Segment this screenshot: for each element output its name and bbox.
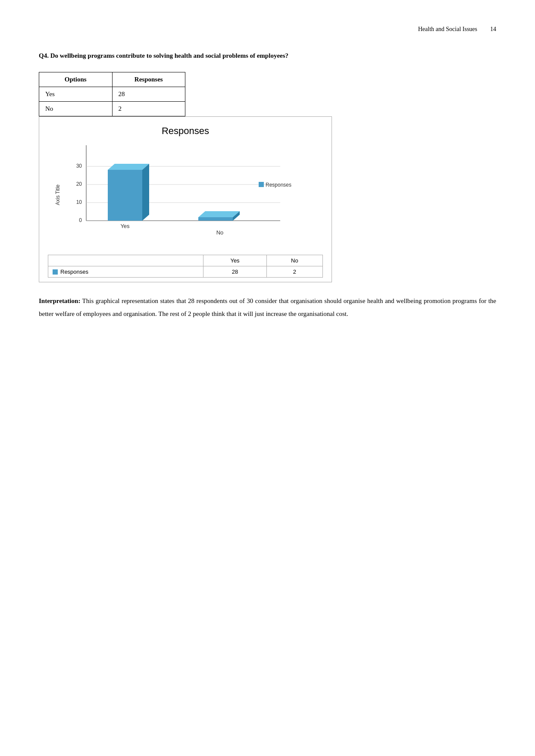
- svg-text:Axis Title: Axis Title: [55, 184, 61, 205]
- response-cell: 2: [112, 102, 185, 116]
- table-row: Yes28: [39, 87, 185, 102]
- interpretation-text: This graphical representation states tha…: [39, 297, 496, 317]
- svg-text:20: 20: [76, 181, 82, 187]
- chart-svg: 0 10 20 30 Axis Title: [52, 141, 319, 249]
- col-responses-header: Responses: [112, 72, 185, 87]
- data-table: Options Responses Yes28No2: [39, 72, 185, 116]
- svg-text:0: 0: [79, 217, 82, 223]
- svg-text:Responses: Responses: [266, 182, 291, 188]
- col-options-header: Options: [39, 72, 113, 87]
- legend-series-cell: Responses: [48, 266, 203, 278]
- option-cell: No: [39, 102, 113, 116]
- legend-color-swatch: [53, 269, 58, 275]
- question-title: Q4. Do wellbeing programs contribute to …: [39, 50, 496, 62]
- response-cell: 28: [112, 87, 185, 102]
- chart-legend-table: Yes No Responses 28 2: [48, 255, 323, 278]
- question-text: Q4. Do wellbeing programs contribute to …: [39, 52, 288, 59]
- legend-series-label: Responses: [60, 269, 88, 275]
- svg-rect-14: [198, 217, 233, 221]
- legend-yes-value: 28: [203, 266, 266, 278]
- header-page-number: 14: [490, 26, 496, 33]
- interpretation-bold: Interpretation:: [39, 297, 80, 304]
- legend-no-value: 2: [266, 266, 322, 278]
- header-title: Health and Social Issues: [418, 26, 477, 33]
- svg-text:10: 10: [76, 199, 82, 205]
- option-cell: Yes: [39, 87, 113, 102]
- table-chart-section: Options Responses Yes28No2 Responses: [39, 72, 496, 282]
- svg-text:No: No: [216, 229, 224, 236]
- svg-rect-19: [259, 182, 264, 187]
- svg-text:Yes: Yes: [120, 223, 130, 229]
- table-row: No2: [39, 102, 185, 116]
- chart-area: 0 10 20 30 Axis Title: [52, 141, 319, 249]
- svg-rect-11: [108, 170, 142, 221]
- chart-container: Responses 0 10 20 30 A: [39, 116, 332, 282]
- legend-empty-header: [48, 255, 203, 266]
- legend-row: Responses 28 2: [48, 266, 323, 278]
- interpretation-section: Interpretation: This graphical represent…: [39, 294, 496, 320]
- svg-marker-12: [108, 164, 149, 170]
- page-header: Health and Social Issues 14: [39, 26, 496, 33]
- chart-title: Responses: [48, 125, 323, 137]
- svg-marker-13: [142, 164, 149, 221]
- legend-yes-header: Yes: [203, 255, 266, 266]
- svg-text:30: 30: [76, 163, 82, 169]
- svg-marker-15: [198, 211, 240, 217]
- legend-no-header: No: [266, 255, 322, 266]
